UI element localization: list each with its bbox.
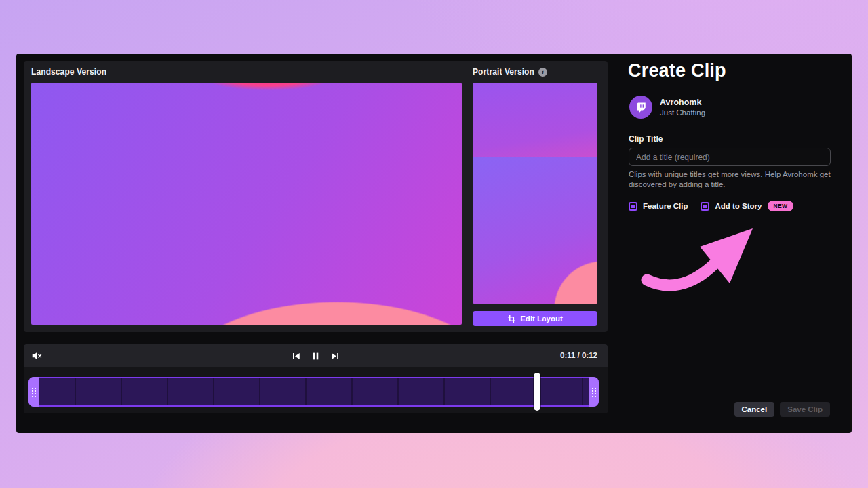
avatar xyxy=(629,96,652,119)
channel-text: Avrohomk Just Chatting xyxy=(660,98,705,117)
portrait-video-preview xyxy=(473,83,597,304)
clip-title-label: Clip Title xyxy=(629,134,663,144)
crop-icon xyxy=(507,314,516,323)
portrait-version-text: Portrait Version xyxy=(473,67,534,77)
pause-button[interactable] xyxy=(311,351,321,361)
twitch-logo-icon xyxy=(635,101,648,114)
grip-dots-icon xyxy=(31,387,37,397)
time-display: 0:11 / 0:12 xyxy=(560,351,597,359)
cancel-button[interactable]: Cancel xyxy=(734,402,775,417)
new-badge: NEW xyxy=(768,201,793,211)
trim-start-handle[interactable] xyxy=(28,377,39,407)
info-icon[interactable]: i xyxy=(538,68,547,77)
checkbox-icon xyxy=(629,202,637,211)
landscape-version-text: Landscape Version xyxy=(31,67,106,77)
create-clip-modal: Landscape Version Portrait Version i Edi… xyxy=(16,54,852,433)
preview-panel: Landscape Version Portrait Version i Edi… xyxy=(24,61,608,332)
edit-layout-label: Edit Layout xyxy=(520,314,563,323)
pause-icon xyxy=(311,351,321,361)
portrait-webcam-segment xyxy=(473,83,597,157)
skip-forward-button[interactable] xyxy=(330,351,340,361)
transport-controls xyxy=(24,349,608,363)
edit-layout-button[interactable]: Edit Layout xyxy=(473,311,597,326)
feature-clip-label: Feature Clip xyxy=(643,202,688,210)
skip-back-button[interactable] xyxy=(291,351,301,361)
landscape-video-preview xyxy=(31,83,462,325)
playhead[interactable] xyxy=(534,373,540,411)
trim-end-handle[interactable] xyxy=(589,377,599,407)
feature-clip-checkbox[interactable]: Feature Clip xyxy=(629,202,688,211)
add-to-story-checkbox[interactable]: Add to Story NEW xyxy=(701,201,793,211)
channel-info: Avrohomk Just Chatting xyxy=(629,96,705,119)
title-helper-text: Clips with unique titles get more views.… xyxy=(629,169,837,190)
clip-title-input[interactable] xyxy=(629,148,831,166)
channel-category: Just Chatting xyxy=(660,108,705,117)
footer-actions: Cancel Save Clip xyxy=(734,402,831,417)
clip-options: Feature Clip Add to Story NEW xyxy=(629,201,793,211)
grip-dots-icon xyxy=(591,387,597,397)
landscape-version-label: Landscape Version xyxy=(31,67,106,77)
player-control-bar: 0:11 / 0:12 xyxy=(24,344,608,367)
annotation-arrow xyxy=(639,222,761,296)
page-title: Create Clip xyxy=(628,60,726,81)
channel-name: Avrohomk xyxy=(660,98,705,107)
save-clip-button[interactable]: Save Clip xyxy=(780,402,830,417)
skip-back-icon xyxy=(291,351,301,361)
skip-forward-icon xyxy=(330,351,340,361)
player-panel: 0:11 / 0:12 xyxy=(24,344,608,413)
portrait-version-label: Portrait Version i xyxy=(473,67,547,77)
clip-selection-track[interactable] xyxy=(28,377,599,407)
portrait-content-segment xyxy=(473,157,597,304)
checkbox-icon xyxy=(701,202,709,211)
add-to-story-label: Add to Story xyxy=(715,202,762,210)
hand-drawn-arrow-icon xyxy=(639,222,761,293)
